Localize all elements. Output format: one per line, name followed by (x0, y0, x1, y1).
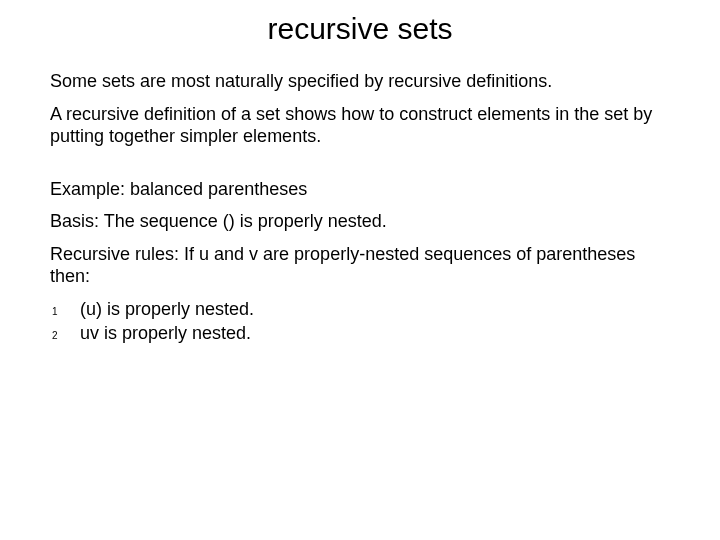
basis-line: Basis: The sequence () is properly neste… (50, 210, 670, 233)
list-item: 2 uv is properly nested. (50, 322, 670, 345)
slide-title: recursive sets (50, 12, 670, 46)
list-text: (u) is properly nested. (80, 298, 254, 321)
slide: recursive sets Some sets are most natura… (0, 0, 720, 540)
recursive-rules-intro: Recursive rules: If u and v are properly… (50, 243, 670, 288)
spacer (50, 158, 670, 178)
example-text: balanced parentheses (125, 179, 307, 199)
paragraph-intro-2: A recursive definition of a set shows ho… (50, 103, 670, 148)
paragraph-intro-1: Some sets are most naturally specified b… (50, 70, 670, 93)
list-number: 1 (50, 306, 80, 317)
rules-list: 1 (u) is properly nested. 2 uv is proper… (50, 298, 670, 345)
list-item: 1 (u) is properly nested. (50, 298, 670, 321)
example-label: Example: (50, 179, 125, 199)
list-text: uv is properly nested. (80, 322, 251, 345)
example-line: Example: balanced parentheses (50, 178, 670, 201)
list-number: 2 (50, 330, 80, 341)
